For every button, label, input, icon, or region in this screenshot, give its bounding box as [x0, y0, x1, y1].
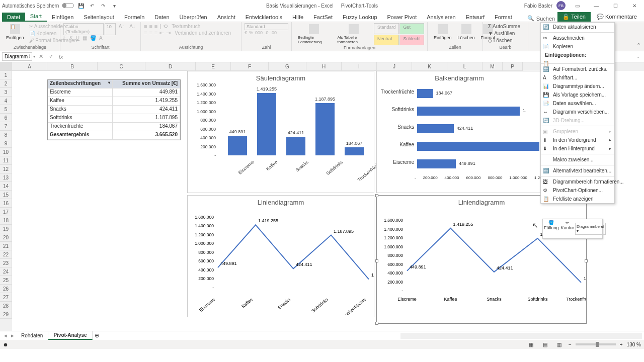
name-box-dropdown-icon[interactable]: ▾ [33, 54, 35, 59]
tab-analysieren[interactable]: Analysieren [422, 13, 460, 22]
enter-formula-icon[interactable]: ✓ [46, 52, 55, 61]
underline-icon[interactable]: U [76, 35, 79, 41]
paste-button[interactable]: 📋Einfügen [3, 23, 27, 44]
indent-inc-icon[interactable]: ⇥ [166, 30, 171, 36]
col-header[interactable]: J [377, 62, 412, 71]
cm-copy[interactable]: 📄Kopieren [541, 42, 614, 51]
cm-send-back[interactable]: ⬇In den Hintergrund▸ [541, 144, 614, 153]
mt-fill[interactable]: 🪣Füllung [543, 219, 560, 238]
font-color-icon[interactable]: A [99, 35, 103, 41]
row-header[interactable]: 14 [0, 182, 12, 191]
cm-change-type[interactable]: 📊Diagrammtyp ändern... [541, 82, 614, 90]
sheet-nav-next-icon[interactable]: ▸ [9, 332, 16, 339]
zoom-level[interactable]: 130 % [627, 342, 641, 347]
cm-reset-format[interactable]: 🔙Auf Formatvorl. zurücks. [541, 65, 614, 73]
align-top-icon[interactable]: ≡ [144, 23, 147, 30]
select-all-cell[interactable] [0, 62, 12, 71]
resize-handle[interactable] [375, 322, 378, 325]
share-button[interactable]: 🔓 Teilen [557, 12, 591, 22]
row-header[interactable]: 27 [0, 293, 12, 302]
cm-pivot-options[interactable]: ⚙PivotChart-Optionen... [541, 186, 614, 195]
mt-dropdown[interactable]: Diagrammberei ▾ [575, 223, 606, 235]
currency-icon[interactable]: € [245, 30, 247, 35]
insert-cells-button[interactable]: Einfügen [431, 23, 455, 41]
col-header[interactable]: L [447, 62, 482, 71]
tab-file[interactable]: Datei [2, 13, 25, 22]
col-header[interactable]: A [12, 62, 47, 71]
col-header[interactable]: K [412, 62, 447, 71]
row-header[interactable]: 6 [0, 114, 12, 122]
pivot-header-labels[interactable]: Zeilenbeschriftungen▾ [48, 80, 113, 88]
row-header[interactable]: 23 [0, 259, 12, 267]
col-header[interactable]: M [482, 62, 503, 71]
col-header[interactable]: P [503, 62, 523, 71]
row-header[interactable]: 2 [0, 79, 12, 88]
cm-select-data[interactable]: 📑Daten auswählen... [541, 99, 614, 108]
cm-format-area[interactable]: 🖼Diagrammbereich formatieren... [541, 177, 614, 186]
tab-format[interactable]: Format [490, 13, 517, 22]
customize-qat-icon[interactable]: ▾ [110, 2, 118, 10]
row-header[interactable]: 5 [0, 105, 12, 114]
align-middle-icon[interactable]: ≡ [149, 23, 152, 30]
cm-bring-front[interactable]: ⬆In den Vordergrund▸ [541, 136, 614, 144]
tab-factset[interactable]: FactSet [308, 13, 338, 22]
clear-button[interactable]: ◇ Löschen [486, 37, 525, 44]
row-header[interactable]: 9 [0, 139, 12, 148]
record-macro-icon[interactable]: ⏺ [3, 342, 8, 347]
sheet-tab-pivot[interactable]: Pivot-Analyse [48, 331, 92, 340]
font-name-dropdown[interactable]: Calibri (Textkörper) [63, 23, 104, 35]
row-header[interactable]: 25 [0, 276, 12, 285]
col-header[interactable]: D [145, 62, 196, 71]
pivot-filter-icon[interactable]: ▾ [108, 80, 110, 85]
row-header[interactable]: 4 [0, 97, 12, 105]
cm-alt-text[interactable]: 🔤Alternativtext bearbeiten... [541, 166, 614, 175]
horizontal-scrollbar[interactable] [400, 333, 642, 339]
resize-handle[interactable] [375, 194, 378, 197]
decrease-font-icon[interactable]: A↓ [127, 23, 137, 35]
pivot-table[interactable]: Zeilenbeschriftungen▾ Summe von Umsatz [… [47, 79, 181, 140]
align-right-icon[interactable]: ≡ [154, 30, 157, 36]
row-header[interactable]: 8 [0, 131, 12, 139]
sheet-nav-prev-icon[interactable]: ◂ [2, 332, 9, 339]
merge-button[interactable]: Verbinden und zentrieren [173, 30, 233, 36]
ribbon-display-icon[interactable]: ▭ [570, 1, 585, 11]
search-box[interactable]: 🔍Suchen [527, 15, 555, 22]
minimize-icon[interactable]: — [589, 1, 604, 11]
tab-powerpivot[interactable]: Power Pivot [382, 13, 422, 22]
avatar[interactable]: FB [556, 1, 566, 10]
tab-einfuegen[interactable]: Einfügen [47, 13, 78, 22]
cm-move-chart[interactable]: ↔Diagramm verschieben... [541, 108, 614, 116]
indent-dec-icon[interactable]: ⇤ [159, 30, 164, 36]
chart-column[interactable]: Säulendiagramm -200.000400.000600.000800… [187, 71, 374, 193]
thousands-icon[interactable]: 000 [255, 30, 263, 35]
chart-bar[interactable]: Balkendiagramm Trockenfrüchte184.067Soft… [376, 71, 542, 193]
cm-paste-option[interactable]: 📋 [541, 59, 614, 62]
row-header[interactable]: 26 [0, 285, 12, 293]
row-header[interactable]: 21 [0, 242, 12, 250]
pivot-data-row[interactable]: Trockenfrüchte184.067 [48, 123, 180, 131]
name-box[interactable] [2, 52, 32, 61]
save-icon[interactable]: 💾 [77, 2, 85, 10]
row-header[interactable]: 22 [0, 250, 12, 259]
row-header[interactable]: 7 [0, 122, 12, 131]
font-size-dropdown[interactable]: 10 [105, 23, 116, 35]
row-header[interactable]: 1 [0, 71, 12, 79]
cond-format-button[interactable]: Bedingte Formatierung [295, 23, 334, 45]
col-header[interactable]: H [306, 62, 342, 71]
zoom-slider[interactable] [576, 343, 616, 345]
chart-line-1[interactable]: Liniendiagramm -200.000400.000600.000800… [187, 195, 374, 317]
view-pagebreak-icon[interactable]: ▥ [554, 341, 565, 348]
tab-entwurf[interactable]: Entwurf [461, 13, 490, 22]
pivot-data-row[interactable]: Snacks424.411 [48, 106, 180, 114]
cancel-formula-icon[interactable]: ✕ [36, 52, 45, 61]
tab-start[interactable]: Start [25, 12, 47, 22]
pivot-data-row[interactable]: Eiscreme449.891 [48, 88, 180, 97]
fill-color-icon[interactable]: 🪣 [90, 35, 96, 41]
style-schlecht[interactable]: Schlecht [399, 35, 424, 46]
view-pagelayout-icon[interactable]: ▤ [540, 341, 550, 348]
maximize-icon[interactable]: ☐ [608, 1, 623, 11]
cm-font[interactable]: ASchriftart... [541, 73, 614, 82]
style-gut[interactable]: Gut [399, 23, 424, 34]
row-header[interactable]: 12 [0, 165, 12, 173]
row-header[interactable]: 28 [0, 302, 12, 310]
